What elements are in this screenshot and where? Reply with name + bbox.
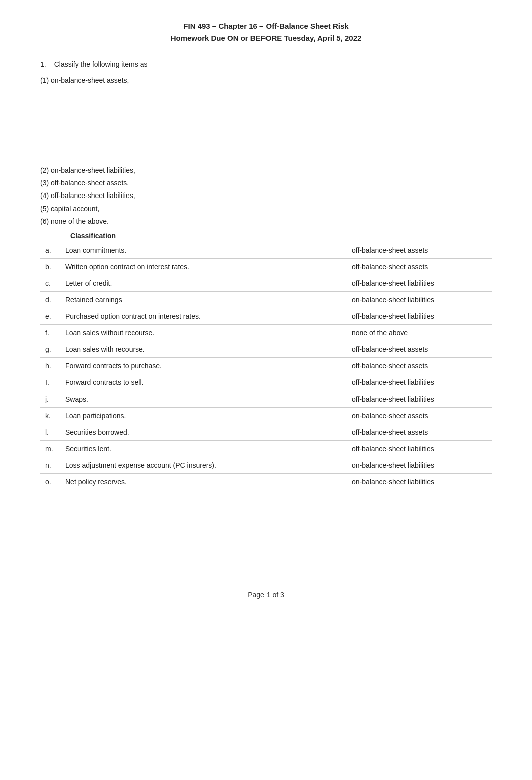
table-row: h.Forward contracts to purchase.off-bala…: [40, 357, 492, 374]
table-row: b.Written option contract on interest ra…: [40, 258, 492, 275]
row-description: Purchased option contract on interest ra…: [65, 312, 352, 320]
row-letter: j.: [40, 395, 65, 403]
row-letter: k.: [40, 412, 65, 420]
table-row: d.Retained earningson-balance-sheet liab…: [40, 291, 492, 308]
table-row: a.Loan commitments.off-balance-sheet ass…: [40, 242, 492, 258]
row-letter: I.: [40, 378, 65, 386]
row-description: Loan commitments.: [65, 246, 352, 254]
row-classification: off-balance-sheet liabilities: [352, 395, 492, 403]
question-number: 1.: [40, 60, 46, 68]
row-description: Loan sales without recourse.: [65, 329, 352, 337]
row-description: Letter of credit.: [65, 279, 352, 287]
table-row: c.Letter of credit.off-balance-sheet lia…: [40, 275, 492, 291]
header-line2: Homework Due ON or BEFORE Tuesday, April…: [40, 32, 492, 44]
classification-table: a.Loan commitments.off-balance-sheet ass…: [40, 242, 492, 490]
row-description: Swaps.: [65, 395, 352, 403]
row-description: Retained earnings: [65, 296, 352, 304]
row-letter: g.: [40, 345, 65, 353]
table-row: f.Loan sales without recourse.none of th…: [40, 324, 492, 341]
row-letter: m.: [40, 445, 65, 453]
row-letter: a.: [40, 246, 65, 254]
row-description: Loss adjustment expense account (PC insu…: [65, 461, 352, 469]
row-classification: on-balance-sheet liabilities: [352, 461, 492, 469]
page-header: FIN 493 – Chapter 16 – Off-Balance Sheet…: [40, 20, 492, 44]
category-line-4: (5) capital account,: [40, 203, 492, 215]
row-classification: off-balance-sheet liabilities: [352, 312, 492, 320]
row-description: Securities lent.: [65, 445, 352, 453]
category-line-1: (2) on-balance-sheet liabilities,: [40, 164, 492, 177]
row-letter: n.: [40, 461, 65, 469]
row-classification: off-balance-sheet assets: [352, 362, 492, 370]
row-letter: e.: [40, 312, 65, 320]
row-classification: off-balance-sheet liabilities: [352, 378, 492, 386]
table-row: k.Loan participations.on-balance-sheet a…: [40, 407, 492, 424]
category-line-5: (6) none of the above.: [40, 215, 492, 228]
table-row: j.Swaps.off-balance-sheet liabilities: [40, 391, 492, 407]
table-row: o.Net policy reserves.on-balance-sheet l…: [40, 473, 492, 490]
category-line-2: (3) off-balance-sheet assets,: [40, 177, 492, 189]
classification-header: Classification: [70, 232, 492, 240]
row-letter: c.: [40, 279, 65, 287]
row-classification: off-balance-sheet assets: [352, 246, 492, 254]
category-line-3: (4) off-balance-sheet liabilities,: [40, 189, 492, 202]
row-description: Loan sales with recourse.: [65, 345, 352, 353]
row-classification: off-balance-sheet assets: [352, 263, 492, 271]
table-row: n.Loss adjustment expense account (PC in…: [40, 457, 492, 473]
row-description: Loan participations.: [65, 412, 352, 420]
categories-list: (2) on-balance-sheet liabilities, (3) of…: [40, 164, 492, 228]
footer-text: Page 1 of 3: [248, 591, 284, 599]
row-classification: off-balance-sheet assets: [352, 428, 492, 436]
table-row: I.Forward contracts to sell.off-balance-…: [40, 374, 492, 391]
row-letter: d.: [40, 296, 65, 304]
row-classification: off-balance-sheet assets: [352, 345, 492, 353]
row-letter: o.: [40, 478, 65, 486]
row-classification: on-balance-sheet liabilities: [352, 478, 492, 486]
table-row: e.Purchased option contract on interest …: [40, 308, 492, 324]
row-description: Written option contract on interest rate…: [65, 263, 352, 271]
question-text: Classify the following items as: [54, 60, 148, 68]
row-letter: f.: [40, 329, 65, 337]
intro-item: (1) on-balance-sheet assets,: [40, 76, 129, 84]
row-classification: off-balance-sheet liabilities: [352, 279, 492, 287]
row-letter: b.: [40, 263, 65, 271]
row-letter: h.: [40, 362, 65, 370]
row-description: Net policy reserves.: [65, 478, 352, 486]
row-description: Securities borrowed.: [65, 428, 352, 436]
page-footer: Page 1 of 3: [40, 591, 492, 599]
table-row: m.Securities lent.off-balance-sheet liab…: [40, 440, 492, 457]
header-line1: FIN 493 – Chapter 16 – Off-Balance Sheet…: [40, 20, 492, 32]
row-description: Forward contracts to sell.: [65, 378, 352, 386]
table-row: g.Loan sales with recourse.off-balance-s…: [40, 341, 492, 357]
row-classification: off-balance-sheet liabilities: [352, 445, 492, 453]
row-letter: l.: [40, 428, 65, 436]
row-classification: on-balance-sheet liabilities: [352, 296, 492, 304]
row-classification: on-balance-sheet assets: [352, 412, 492, 420]
row-classification: none of the above: [352, 329, 492, 337]
table-row: l.Securities borrowed.off-balance-sheet …: [40, 424, 492, 440]
row-description: Forward contracts to purchase.: [65, 362, 352, 370]
